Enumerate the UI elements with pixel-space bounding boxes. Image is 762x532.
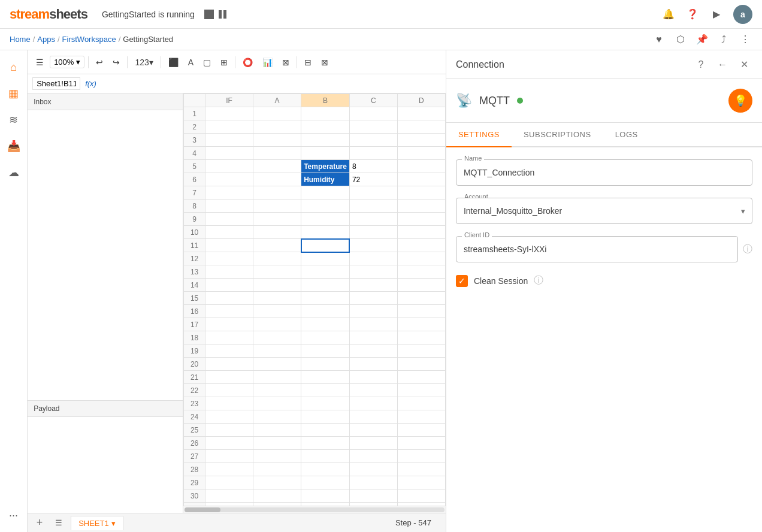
cell-IF11[interactable] xyxy=(205,239,253,252)
cell-A13[interactable] xyxy=(253,265,301,279)
cell-C20[interactable] xyxy=(349,358,397,371)
cell-C8[interactable] xyxy=(349,200,397,213)
cell-B22[interactable] xyxy=(301,384,350,397)
cell-C15[interactable] xyxy=(349,292,397,305)
cell-IF5[interactable] xyxy=(205,160,253,173)
cell-A11[interactable] xyxy=(253,239,301,252)
cell-IF20[interactable] xyxy=(205,358,253,371)
cell-IF28[interactable] xyxy=(205,463,253,476)
cell-B20[interactable] xyxy=(301,358,350,371)
cell-IF4[interactable] xyxy=(205,147,253,160)
cell-D10[interactable] xyxy=(397,226,445,239)
cell-D22[interactable] xyxy=(397,384,445,397)
cell-C14[interactable] xyxy=(349,279,397,292)
sidebar-item-more[interactable]: ··· xyxy=(2,503,26,527)
pause-button[interactable] xyxy=(219,10,228,19)
cell-B10[interactable] xyxy=(301,226,350,239)
cell-D20[interactable] xyxy=(397,358,445,371)
cell-A16[interactable] xyxy=(253,305,301,318)
sidebar-item-stream[interactable]: ≋ xyxy=(2,108,26,132)
cell-C16[interactable] xyxy=(349,305,397,318)
cell-D5[interactable] xyxy=(397,160,445,173)
cell-D15[interactable] xyxy=(397,292,445,305)
present-icon[interactable]: ▶ xyxy=(709,7,724,22)
cell-IF1[interactable] xyxy=(205,107,253,120)
cell-C12[interactable] xyxy=(349,252,397,265)
cell-IF29[interactable] xyxy=(205,476,253,489)
cell-B15[interactable] xyxy=(301,292,350,305)
merge-button[interactable]: ⊞ xyxy=(217,54,231,71)
cell-A24[interactable] xyxy=(253,410,301,424)
sheet-menu-button[interactable]: ☰ xyxy=(52,516,66,530)
cell-IF24[interactable] xyxy=(205,410,253,424)
cell-B23[interactable] xyxy=(301,397,350,410)
cell-D6[interactable] xyxy=(397,173,445,186)
cell-reference-input[interactable] xyxy=(32,77,80,90)
menu-button[interactable]: ☰ xyxy=(32,54,47,71)
col-header-b[interactable]: B xyxy=(301,94,350,107)
cell-A15[interactable] xyxy=(253,292,301,305)
bar-chart-button[interactable]: 📊 xyxy=(259,54,276,71)
lightbulb-button[interactable]: 💡 xyxy=(728,89,752,113)
cell-B2[interactable] xyxy=(301,120,350,134)
cell-IF30[interactable] xyxy=(205,489,253,503)
cell-IF10[interactable] xyxy=(205,226,253,239)
cell-D18[interactable] xyxy=(397,331,445,344)
cell-A17[interactable] xyxy=(253,318,301,331)
cell-A3[interactable] xyxy=(253,134,301,147)
cell-D2[interactable] xyxy=(397,120,445,134)
cell-IF19[interactable] xyxy=(205,344,253,358)
split2-button[interactable]: ⊠ xyxy=(318,54,332,71)
cell-A28[interactable] xyxy=(253,463,301,476)
cell-A23[interactable] xyxy=(253,397,301,410)
chart-button[interactable]: ⭕ xyxy=(239,54,256,71)
border-button[interactable]: ▢ xyxy=(199,54,214,71)
cell-A9[interactable] xyxy=(253,213,301,226)
cell-C26[interactable] xyxy=(349,437,397,450)
cell-IF6[interactable] xyxy=(205,173,253,186)
cell-A14[interactable] xyxy=(253,279,301,292)
cell-C1[interactable] xyxy=(349,107,397,120)
cell-C28[interactable] xyxy=(349,463,397,476)
cell-IF15[interactable] xyxy=(205,292,253,305)
cell-C11[interactable] xyxy=(349,239,397,252)
cell-D12[interactable] xyxy=(397,252,445,265)
cell-B1[interactable] xyxy=(301,107,350,120)
cell-B28[interactable] xyxy=(301,463,350,476)
cell-A27[interactable] xyxy=(253,450,301,463)
cell-IF16[interactable] xyxy=(205,305,253,318)
cell-A18[interactable] xyxy=(253,331,301,344)
cell-B21[interactable] xyxy=(301,371,350,384)
tab-subscriptions[interactable]: SUBSCRIPTIONS xyxy=(512,123,603,147)
cell-A19[interactable] xyxy=(253,344,301,358)
cell-B30[interactable] xyxy=(301,489,350,503)
cell-IF2[interactable] xyxy=(205,120,253,134)
add-sheet-button[interactable]: + xyxy=(32,516,47,530)
notification-icon[interactable]: 🔔 xyxy=(661,7,676,22)
cell-B14[interactable] xyxy=(301,279,350,292)
cell-C4[interactable] xyxy=(349,147,397,160)
sidebar-item-cloud[interactable]: ☁ xyxy=(2,161,26,185)
cell-D7[interactable] xyxy=(397,186,445,200)
client-id-input[interactable] xyxy=(456,236,738,262)
cell-IF27[interactable] xyxy=(205,450,253,463)
cell-A12[interactable] xyxy=(253,252,301,265)
cell-IF14[interactable] xyxy=(205,279,253,292)
name-input[interactable] xyxy=(456,159,752,186)
sidebar-item-inbox[interactable]: 📥 xyxy=(2,134,26,158)
cell-C5[interactable]: 8 xyxy=(349,160,397,173)
cell-IF21[interactable] xyxy=(205,371,253,384)
stop-button[interactable] xyxy=(204,10,214,19)
cell-C19[interactable] xyxy=(349,344,397,358)
breadcrumb-apps[interactable]: Apps xyxy=(37,35,55,44)
cell-IF23[interactable] xyxy=(205,397,253,410)
cell-IF7[interactable] xyxy=(205,186,253,200)
cell-D25[interactable] xyxy=(397,424,445,437)
cell-IF12[interactable] xyxy=(205,252,253,265)
cell-D3[interactable] xyxy=(397,134,445,147)
cell-C29[interactable] xyxy=(349,476,397,489)
cell-IF17[interactable] xyxy=(205,318,253,331)
cell-A26[interactable] xyxy=(253,437,301,450)
cell-D4[interactable] xyxy=(397,147,445,160)
cell-B8[interactable] xyxy=(301,200,350,213)
